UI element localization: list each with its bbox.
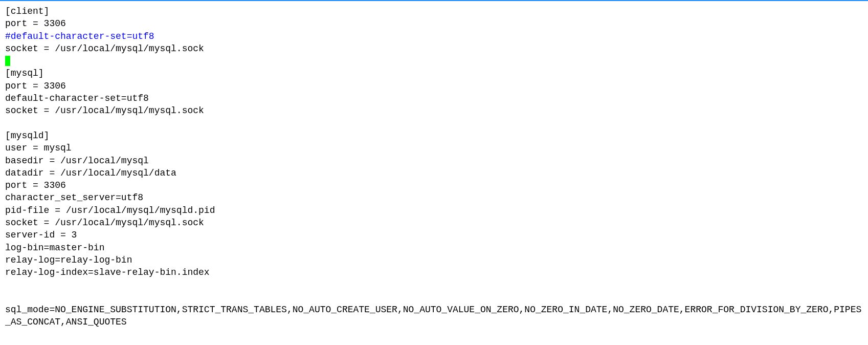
config-line: server-id = 3 (5, 230, 77, 240)
config-line: user = mysql (5, 143, 72, 153)
config-line: [mysqld] (5, 131, 49, 141)
config-line: relay-log=relay-log-bin (5, 255, 132, 265)
config-line: basedir = /usr/local/mysql (5, 156, 149, 166)
config-line: [client] (5, 6, 49, 16)
config-line: socket = /usr/local/mysql/mysql.sock (5, 44, 204, 54)
config-line: log-bin=master-bin (5, 243, 104, 253)
config-line: [mysql] (5, 68, 44, 78)
config-line: socket = /usr/local/mysql/mysql.sock (5, 105, 204, 116)
config-line: socket = /usr/local/mysql/mysql.sock (5, 218, 204, 228)
cursor-block (5, 56, 10, 66)
config-line: port = 3306 (5, 18, 66, 29)
config-line: pid-file = /usr/local/mysql/mysqld.pid (5, 205, 215, 215)
config-comment: #default-character-set=utf8 (5, 31, 154, 41)
config-line: character_set_server=utf8 (5, 192, 143, 203)
config-line: datadir = /usr/local/mysql/data (5, 168, 176, 178)
config-line: sql_mode=NO_ENGINE_SUBSTITUTION,STRICT_T… (5, 305, 861, 327)
config-line: port = 3306 (5, 180, 66, 190)
config-line: port = 3306 (5, 81, 66, 91)
config-line: relay-log-index=slave-relay-bin.index (5, 267, 210, 277)
config-line: default-character-set=utf8 (5, 93, 149, 103)
